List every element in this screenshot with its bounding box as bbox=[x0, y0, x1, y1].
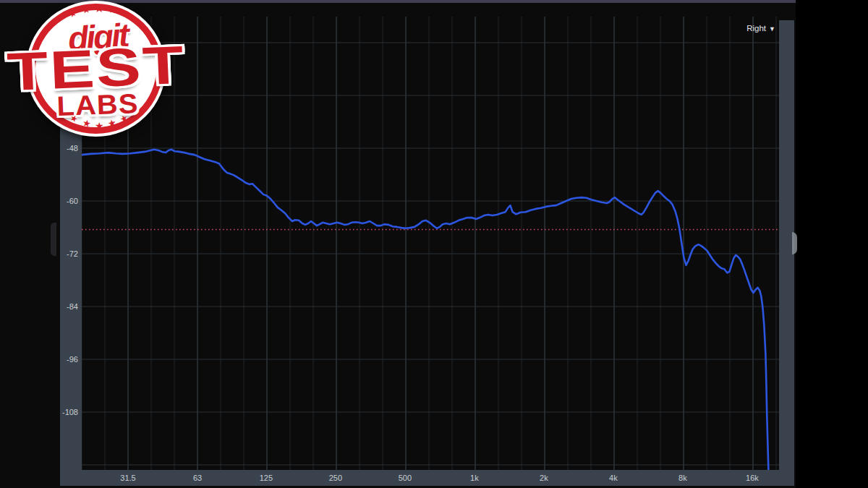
x-tick-label: 63 bbox=[193, 474, 202, 482]
left-panel-handle[interactable] bbox=[51, 223, 56, 256]
x-tick-label: 16k bbox=[746, 474, 759, 482]
y-tick-label: -108 bbox=[62, 408, 78, 416]
channel-selector-dropdown[interactable]: Right▼ bbox=[722, 24, 775, 33]
x-tick-label: 500 bbox=[399, 474, 412, 482]
x-tick-label: 31.5 bbox=[120, 474, 135, 482]
y-tick-label: -72 bbox=[67, 249, 78, 258]
chevron-down-icon: ▼ bbox=[769, 25, 775, 33]
x-tick-label: 4k bbox=[609, 474, 618, 482]
x-tick-label: 125 bbox=[260, 474, 273, 482]
x-axis-ruler[interactable]: 31.5631252505001k2k4k8k16k bbox=[60, 470, 794, 486]
digit-test-labs-logo: ★ ★ ★ ★ ★ digit TEST LABS ★ ★ ★ ★ ★ bbox=[0, 0, 195, 155]
y-tick-label: -60 bbox=[67, 197, 78, 205]
x-tick-label: 250 bbox=[329, 474, 342, 482]
star-icon: ★ bbox=[94, 1, 104, 15]
x-tick-label: 8k bbox=[678, 474, 687, 482]
x-tick-label: 2k bbox=[540, 474, 548, 482]
channel-selector-label: Right bbox=[746, 24, 766, 33]
right-panel-handle[interactable] bbox=[792, 232, 797, 254]
star-icon: ★ bbox=[95, 120, 104, 132]
frequency-response-curve bbox=[82, 150, 769, 471]
x-tick-label: 1k bbox=[470, 474, 479, 482]
logo-word-labs: LABS bbox=[48, 88, 148, 123]
y-tick-label: -84 bbox=[67, 302, 78, 311]
y-tick-label: -96 bbox=[67, 355, 78, 364]
